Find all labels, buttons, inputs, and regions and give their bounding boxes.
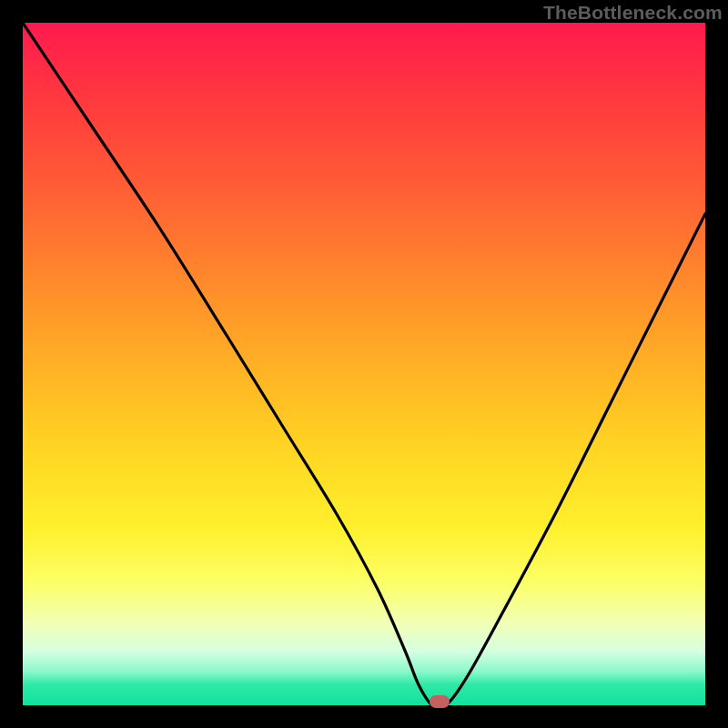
optimal-marker-icon — [430, 695, 450, 708]
watermark-text: TheBottleneck.com — [543, 2, 723, 24]
chart-frame: TheBottleneck.com — [0, 0, 728, 728]
bottleneck-curve — [23, 23, 705, 705]
plot-area — [23, 23, 705, 705]
